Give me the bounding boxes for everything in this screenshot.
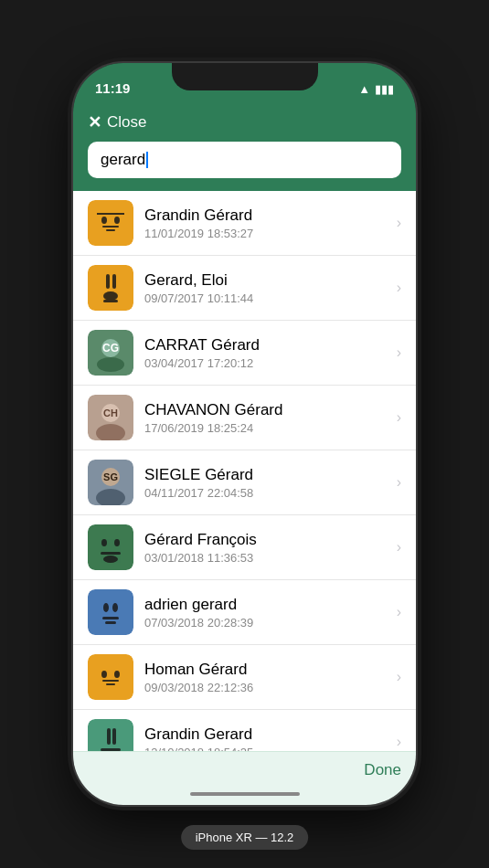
home-indicator (73, 787, 416, 805)
svg-rect-41 (101, 748, 121, 751)
svg-point-30 (112, 603, 118, 612)
svg-rect-4 (106, 229, 115, 231)
svg-rect-31 (102, 617, 119, 619)
svg-rect-23 (88, 524, 133, 570)
avatar (88, 654, 133, 700)
contact-date: 17/06/2019 18:25:24 (144, 421, 389, 435)
contact-name: Gerard, Eloi (144, 271, 389, 290)
svg-point-27 (103, 556, 118, 563)
status-icons: ▲ ▮▮▮ (358, 82, 394, 98)
contact-name: Grandin Gerard (144, 725, 389, 744)
contact-name: SIEGLE Gérard (144, 466, 389, 484)
list-item[interactable]: SG SIEGLE Gérard 04/11/2017 22:04:58 › (73, 450, 416, 515)
svg-rect-7 (106, 274, 110, 289)
contact-date: 07/03/2018 20:28:39 (144, 616, 389, 630)
chevron-right-icon: › (397, 280, 401, 296)
svg-rect-10 (103, 300, 118, 302)
header: ✕ Close gerard (73, 103, 416, 191)
avatar (88, 265, 133, 311)
svg-point-1 (101, 217, 107, 224)
chevron-right-icon: › (397, 539, 401, 556)
list-item[interactable]: adrien gerard 07/03/2018 20:28:39 › (73, 580, 416, 645)
avatar (88, 200, 133, 246)
avatar (88, 589, 133, 635)
svg-rect-3 (102, 226, 119, 228)
avatar: SG (88, 460, 133, 505)
svg-rect-6 (88, 265, 133, 311)
svg-rect-39 (107, 728, 111, 745)
contact-info: Homan Gérard 09/03/2018 22:12:36 (144, 661, 389, 694)
svg-rect-8 (112, 274, 116, 289)
contact-date: 09/07/2017 10:11:44 (144, 291, 389, 305)
chevron-right-icon: › (397, 215, 401, 231)
avatar: CG (88, 330, 133, 376)
chevron-right-icon: › (397, 474, 401, 491)
contact-name: CHAVANON Gérard (144, 401, 389, 419)
avatar (88, 719, 133, 751)
contact-info: adrien gerard 07/03/2018 20:28:39 (144, 596, 389, 630)
svg-point-2 (114, 217, 120, 224)
svg-rect-33 (88, 654, 133, 700)
text-cursor (146, 152, 148, 168)
phone-frame: 11:19 ▲ ▮▮▮ ✕ Close gerard (73, 63, 416, 805)
done-button[interactable]: Done (364, 761, 401, 779)
contact-date: 03/01/2018 11:36:53 (144, 551, 389, 565)
contact-date: 09/03/2018 22:12:36 (144, 681, 389, 694)
svg-point-24 (101, 539, 107, 546)
contact-info: Grandin Gérard 11/01/2019 18:53:27 (144, 206, 389, 240)
device-label: iPhone XR — 12.2 (181, 825, 309, 850)
contact-date: 04/11/2017 22:04:58 (144, 486, 389, 500)
avatar (88, 524, 133, 570)
chevron-right-icon: › (397, 409, 401, 426)
svg-rect-40 (112, 728, 116, 745)
close-label: Close (107, 113, 146, 132)
home-bar (190, 792, 300, 796)
list-item[interactable]: Grandin Gérard 11/01/2019 18:53:27 › (73, 191, 416, 256)
svg-rect-0 (88, 200, 133, 246)
list-item[interactable]: Gerard, Eloi 09/07/2017 10:11:44 › (73, 256, 416, 321)
list-item[interactable]: CH CHAVANON Gérard 17/06/2019 18:25:24 › (73, 386, 416, 450)
close-icon: ✕ (88, 112, 101, 132)
contact-date: 03/04/2017 17:20:12 (144, 356, 389, 370)
contact-info: Grandin Gerard 13/10/2018 18:54:25 (144, 725, 389, 752)
list-item[interactable]: Gérard François 03/01/2018 11:36:53 › (73, 515, 416, 580)
svg-point-35 (114, 671, 120, 678)
list-item[interactable]: Grandin Gerard 13/10/2018 18:54:25 › (73, 710, 416, 751)
contact-list: Grandin Gérard 11/01/2019 18:53:27 › (73, 191, 416, 751)
chevron-right-icon: › (397, 344, 401, 361)
chevron-right-icon: › (397, 669, 401, 685)
contact-info: Gerard, Eloi 09/07/2017 10:11:44 (144, 271, 389, 305)
contact-info: CARRAT Gérard 03/04/2017 17:20:12 (144, 336, 389, 370)
contact-name: adrien gerard (144, 596, 389, 614)
contact-name: CARRAT Gérard (144, 336, 389, 355)
svg-rect-28 (88, 589, 133, 635)
svg-rect-36 (102, 680, 119, 682)
chevron-right-icon: › (397, 604, 401, 620)
footer: Done (73, 751, 416, 787)
status-time: 11:19 (95, 80, 130, 98)
search-bar: gerard (88, 142, 401, 178)
contact-info: CHAVANON Gérard 17/06/2019 18:25:24 (144, 401, 389, 435)
contact-info: SIEGLE Gérard 04/11/2017 22:04:58 (144, 466, 389, 500)
close-button[interactable]: ✕ Close (88, 112, 401, 132)
svg-point-9 (103, 291, 118, 301)
list-item[interactable]: CG CARRAT Gérard 03/04/2017 17:20:12 › (73, 321, 416, 386)
contact-name: Homan Gérard (144, 661, 389, 679)
wifi-icon: ▲ (358, 82, 370, 96)
list-item[interactable]: Homan Gérard 09/03/2018 22:12:36 › (73, 645, 416, 710)
svg-text:CH: CH (103, 408, 118, 418)
contact-date: 13/10/2018 18:54:25 (144, 746, 389, 752)
chevron-right-icon: › (397, 734, 401, 750)
battery-icon: ▮▮▮ (375, 82, 394, 96)
contact-name: Gérard François (144, 531, 389, 549)
contact-name: Grandin Gérard (144, 206, 389, 225)
notch (172, 63, 318, 90)
svg-point-25 (114, 539, 120, 546)
svg-point-13 (97, 357, 124, 372)
svg-rect-26 (101, 552, 121, 555)
svg-text:SG: SG (103, 471, 118, 482)
search-input-text: gerard (101, 151, 145, 169)
svg-point-34 (101, 671, 107, 678)
svg-point-29 (103, 603, 109, 612)
svg-rect-32 (105, 621, 116, 624)
